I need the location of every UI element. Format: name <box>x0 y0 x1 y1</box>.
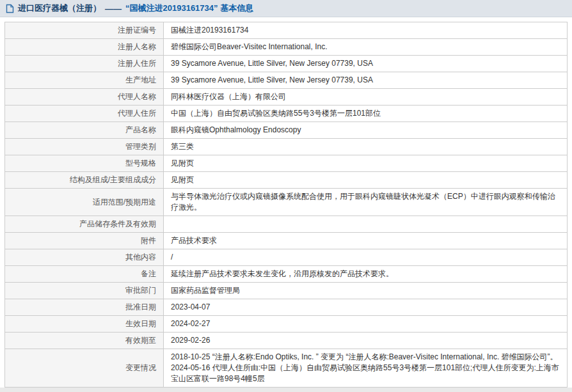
row-label: 代理人名称 <box>5 89 164 106</box>
table-row: 代理人名称 同科林医疗仪器（上海）有限公司 <box>5 89 568 106</box>
row-label: 备注 <box>5 266 164 283</box>
table-row: 变更情况 2018-10-25 “注册人名称:Endo Optiks, Inc.… <box>5 349 568 388</box>
row-label: 产品储存条件及有效期 <box>5 216 164 233</box>
row-value-text: 2029-02-26 <box>171 336 210 345</box>
row-label-text: 管理类别 <box>125 142 156 151</box>
row-label-text: 型号规格 <box>125 159 156 168</box>
table-row: 管理类别 第三类 <box>5 139 568 155</box>
row-value-text: 中国（上海）自由贸易试验区奥纳路55号3号楼第一层101部位 <box>171 109 381 118</box>
bottom-strip <box>0 388 572 392</box>
row-label-text: 代理人住所 <box>118 109 156 118</box>
row-label: 适用范围/预期用途 <box>5 189 164 216</box>
table-row: 附件 产品技术要求 <box>5 233 568 249</box>
info-table: 注册证编号 国械注进20193161734 注册人名称 碧维国际公司Beaver… <box>4 22 568 392</box>
row-value-text: / <box>171 253 173 262</box>
row-label-text: 生产地址 <box>125 75 156 84</box>
table-row: 批准日期 2023-04-07 <box>5 299 568 316</box>
row-value: 同科林医疗仪器（上海）有限公司 <box>164 89 568 106</box>
row-label: 生产地址 <box>5 72 164 89</box>
row-value-text: 见附页 <box>171 159 194 168</box>
row-value-text: 国家药品监督管理局 <box>171 286 240 295</box>
row-value-text: 延续注册产品技术要求未发生变化，沿用原核发的产品技术要求。 <box>171 269 393 278</box>
table-row: 型号规格 见附页 <box>5 155 568 172</box>
row-value-text: 第三类 <box>171 142 194 151</box>
table-row: 注册人名称 碧维国际公司Beaver-Visitec International… <box>5 39 568 56</box>
table-row: 适用范围/预期用途 与半导体激光治疗仪或内窥镜摄像系统配合使用，用于眼科内窥镜睫… <box>5 189 568 216</box>
row-value: 39 Sycamore Avenue, Little Silver, New J… <box>164 72 568 89</box>
row-label: 变更情况 <box>5 349 164 388</box>
row-label: 注册人住所 <box>5 56 164 72</box>
row-label-text: 变更情况 <box>125 363 156 372</box>
table-row: 审批部门 国家药品监督管理局 <box>5 283 568 299</box>
row-value-text: 39 Sycamore Avenue, Little Silver, New J… <box>171 59 373 68</box>
table-row: 结构及组成/主要组成成分 见附页 <box>5 172 568 189</box>
row-value-text: 2023-04-07 <box>171 302 210 311</box>
row-label: 生效日期 <box>5 316 164 333</box>
row-label-text: 产品名称 <box>125 125 156 134</box>
row-label: 结构及组成/主要组成成分 <box>5 172 164 189</box>
table-row: 生产地址 39 Sycamore Avenue, Little Silver, … <box>5 72 568 89</box>
table-row: 备注 延续注册产品技术要求未发生变化，沿用原核发的产品技术要求。 <box>5 266 568 283</box>
page-subtitle: “国械注进20193161734” 基本信息 <box>125 3 253 14</box>
row-label-text: 审批部门 <box>125 286 156 295</box>
row-value: 第三类 <box>164 139 568 155</box>
row-label-text: 代理人名称 <box>118 92 156 101</box>
table-row: 注册证编号 国械注进20193161734 <box>5 22 568 39</box>
row-label: 注册证编号 <box>5 22 164 39</box>
row-value: 碧维国际公司Beaver-Visitec International, Inc. <box>164 39 568 56</box>
table-row: 代理人住所 中国（上海）自由贸易试验区奥纳路55号3号楼第一层101部位 <box>5 106 568 122</box>
row-label: 其他内容 <box>5 249 164 266</box>
row-value: 延续注册产品技术要求未发生变化，沿用原核发的产品技术要求。 <box>164 266 568 283</box>
row-label-text: 适用范围/预期用途 <box>93 198 156 207</box>
page-title: 进口医疗器械（注册） <box>18 3 101 14</box>
row-label-text: 注册人名称 <box>118 42 156 51</box>
row-value: 39 Sycamore Avenue, Little Silver, New J… <box>164 56 568 72</box>
row-value-text: 产品技术要求 <box>171 236 217 245</box>
row-value: 国家药品监督管理局 <box>164 283 568 299</box>
row-label: 管理类别 <box>5 139 164 155</box>
row-label: 附件 <box>5 233 164 249</box>
row-label: 有效期至 <box>5 333 164 349</box>
row-value: 与半导体激光治疗仪或内窥镜摄像系统配合使用，用于眼科内窥镜睫状体光凝术（ECP）… <box>164 189 568 216</box>
row-label-text: 备注 <box>141 269 156 278</box>
row-value-text: 国械注进20193161734 <box>171 26 248 35</box>
row-value-text: 2018-10-25 “注册人名称:Endo Optiks, Inc. ” 变更… <box>171 352 559 383</box>
row-label-text: 批准日期 <box>125 302 156 311</box>
row-label-text: 生效日期 <box>125 319 156 328</box>
page-header: 进口医疗器械（注册） —— “国械注进20193161734” 基本信息 <box>0 0 572 17</box>
row-value: 产品技术要求 <box>164 233 568 249</box>
row-value: 2023-04-07 <box>164 299 568 316</box>
info-table-body: 注册证编号 国械注进20193161734 注册人名称 碧维国际公司Beaver… <box>5 22 568 392</box>
row-value: 见附页 <box>164 155 568 172</box>
row-label-text: 产品储存条件及有效期 <box>79 219 156 228</box>
row-label: 代理人住所 <box>5 106 164 122</box>
table-row: 生效日期 2024-02-27 <box>5 316 568 333</box>
row-value: 2018-10-25 “注册人名称:Endo Optiks, Inc. ” 变更… <box>164 349 568 388</box>
row-label: 注册人名称 <box>5 39 164 56</box>
row-label: 批准日期 <box>5 299 164 316</box>
table-row: 有效期至 2029-02-26 <box>5 333 568 349</box>
row-value: 眼科内窥镜Ophthalmology Endoscopy <box>164 122 568 139</box>
page: { "header": { "title": "进口医疗器械（注册）", "da… <box>0 0 572 392</box>
table-row: 产品名称 眼科内窥镜Ophthalmology Endoscopy <box>5 122 568 139</box>
row-label-text: 有效期至 <box>125 336 156 345</box>
row-value-text: 与半导体激光治疗仪或内窥镜摄像系统配合使用，用于眼科内窥镜睫状体光凝术（ECP）… <box>171 192 555 212</box>
row-value-text: 39 Sycamore Avenue, Little Silver, New J… <box>171 75 373 84</box>
document-icon <box>6 4 14 13</box>
row-label-text: 注册人住所 <box>118 59 156 68</box>
row-value: 2029-02-26 <box>164 333 568 349</box>
row-label-text: 注册证编号 <box>118 26 156 35</box>
row-value-text: 碧维国际公司Beaver-Visitec International, Inc. <box>171 42 328 51</box>
row-label: 型号规格 <box>5 155 164 172</box>
row-label-text: 结构及组成/主要组成成分 <box>70 175 156 184</box>
row-label: 产品名称 <box>5 122 164 139</box>
row-label-text: 附件 <box>141 236 156 245</box>
row-value: 2024-02-27 <box>164 316 568 333</box>
row-value-text: 同科林医疗仪器（上海）有限公司 <box>171 92 286 101</box>
row-value: 见附页 <box>164 172 568 189</box>
row-value-text: 见附页 <box>171 175 194 184</box>
row-value-text: 2024-02-27 <box>171 319 210 328</box>
row-value: 国械注进20193161734 <box>164 22 568 39</box>
row-value <box>164 216 568 233</box>
row-value: / <box>164 249 568 266</box>
